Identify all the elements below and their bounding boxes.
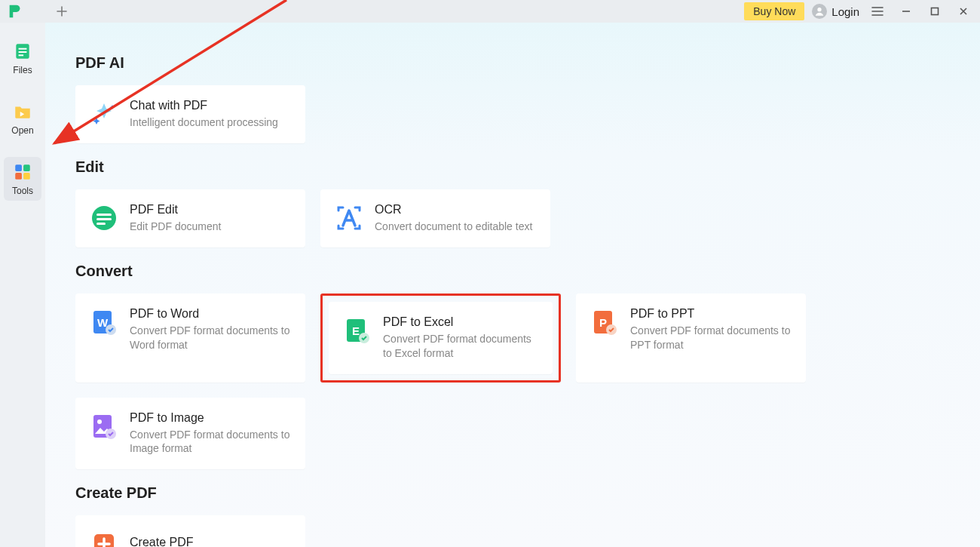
- section-title-pdf-ai: PDF AI: [75, 54, 980, 72]
- ocr-icon: [334, 203, 364, 233]
- svg-rect-5: [19, 51, 27, 53]
- minimize-button[interactable]: [896, 1, 917, 22]
- create-plus-icon: [89, 529, 119, 547]
- card-title: OCR: [375, 203, 532, 217]
- card-pdf-edit[interactable]: PDF Edit Edit PDF document: [75, 189, 305, 247]
- card-pdf-to-ppt[interactable]: P PDF to PPT Convert PDF format document…: [576, 293, 806, 383]
- maximize-button[interactable]: [924, 1, 945, 22]
- hamburger-menu-button[interactable]: [867, 1, 888, 22]
- image-doc-icon: [89, 411, 119, 441]
- svg-rect-10: [23, 173, 30, 180]
- sidebar-item-open[interactable]: Open: [4, 97, 41, 140]
- svg-text:E: E: [352, 324, 360, 337]
- sidebar-label: Tools: [12, 186, 33, 196]
- card-pdf-to-excel[interactable]: E PDF to Excel Convert PDF format docume…: [329, 302, 553, 374]
- buy-now-button[interactable]: Buy Now: [744, 2, 804, 20]
- ppt-doc-icon: P: [590, 307, 620, 337]
- card-title: PDF to Excel: [383, 315, 539, 329]
- open-folder-icon: [12, 101, 33, 122]
- svg-rect-2: [932, 8, 939, 15]
- card-title: PDF to Word: [130, 307, 292, 321]
- login-button[interactable]: Login: [812, 4, 859, 19]
- svg-rect-0: [10, 12, 14, 17]
- main-panel: PDF AI Chat with PDF Intelligent documen…: [45, 23, 980, 547]
- word-doc-icon: W: [89, 307, 119, 337]
- new-tab-button[interactable]: [53, 2, 71, 20]
- sidebar: Files Open Tools: [0, 23, 45, 547]
- card-desc: Intelligent document processing: [130, 115, 278, 130]
- card-desc: Convert PDF format documents to PPT form…: [630, 324, 792, 352]
- card-title: Create PDF: [130, 536, 193, 547]
- card-title: PDF Edit: [130, 203, 221, 217]
- svg-rect-7: [15, 164, 22, 171]
- card-ocr[interactable]: OCR Convert document to editable text: [320, 189, 550, 247]
- section-title-convert: Convert: [75, 263, 980, 280]
- card-pdf-to-image[interactable]: PDF to Image Convert PDF format document…: [75, 398, 305, 470]
- card-desc: Convert PDF format documents to Image fo…: [130, 428, 292, 456]
- svg-text:P: P: [599, 316, 607, 329]
- card-pdf-to-word[interactable]: W PDF to Word Convert PDF format documen…: [75, 293, 305, 383]
- svg-rect-12: [96, 214, 112, 216]
- sidebar-item-files[interactable]: Files: [4, 36, 41, 80]
- svg-rect-6: [19, 54, 23, 56]
- sidebar-label: Open: [11, 125, 33, 136]
- svg-rect-9: [15, 173, 22, 180]
- section-title-create: Create PDF: [75, 484, 980, 502]
- section-title-edit: Edit: [75, 158, 980, 176]
- sidebar-item-tools[interactable]: Tools: [4, 157, 41, 201]
- card-desc: Edit PDF document: [130, 220, 221, 234]
- pdf-edit-icon: [89, 203, 119, 233]
- svg-rect-8: [23, 164, 30, 171]
- card-desc: Convert PDF format documents to Word for…: [130, 324, 292, 352]
- sidebar-label: Files: [13, 65, 32, 75]
- files-icon: [12, 41, 33, 62]
- svg-rect-4: [19, 48, 27, 50]
- card-title: PDF to Image: [130, 411, 292, 425]
- svg-rect-14: [96, 223, 106, 225]
- card-desc: Convert document to editable text: [375, 220, 532, 234]
- svg-point-25: [97, 419, 102, 424]
- card-desc: Convert PDF format documents to Excel fo…: [383, 332, 539, 361]
- svg-rect-13: [96, 218, 112, 220]
- sparkle-ai-icon: [89, 99, 119, 129]
- card-title: Chat with PDF: [130, 99, 278, 112]
- highlighted-annotation: E PDF to Excel Convert PDF format docume…: [320, 293, 561, 383]
- excel-doc-icon: E: [342, 315, 372, 346]
- card-chat-with-pdf[interactable]: Chat with PDF Intelligent document proce…: [75, 85, 305, 143]
- app-logo-icon: [6, 2, 24, 20]
- user-avatar-icon: [812, 4, 827, 19]
- card-title: PDF to PPT: [630, 307, 792, 321]
- login-label: Login: [831, 5, 859, 18]
- tools-grid-icon: [12, 161, 33, 183]
- close-button[interactable]: [953, 1, 974, 22]
- title-bar: Buy Now Login: [0, 0, 980, 23]
- svg-point-1: [818, 8, 822, 11]
- card-create-pdf[interactable]: Create PDF: [75, 515, 305, 547]
